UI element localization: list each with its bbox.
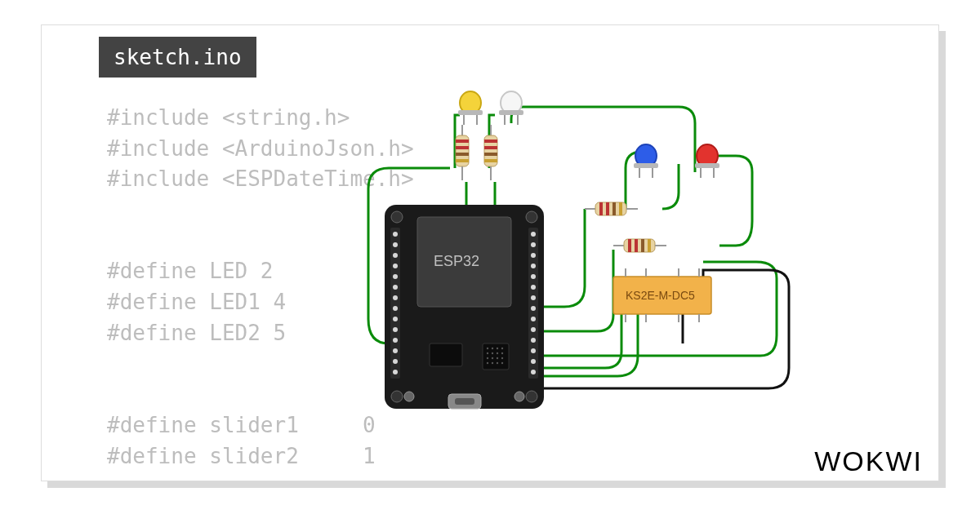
svg-point-22 xyxy=(531,242,536,247)
svg-point-7 xyxy=(393,232,398,237)
svg-point-43 xyxy=(492,352,493,354)
svg-rect-71 xyxy=(695,163,719,168)
svg-point-28 xyxy=(531,306,536,311)
svg-point-12 xyxy=(393,285,398,290)
svg-point-18 xyxy=(393,348,398,353)
svg-point-33 xyxy=(531,359,536,364)
svg-point-1 xyxy=(391,211,403,223)
svg-rect-91 xyxy=(606,202,609,215)
svg-point-57 xyxy=(514,392,524,401)
svg-rect-37 xyxy=(483,343,509,370)
svg-point-38 xyxy=(487,348,488,349)
relay-module[interactable]: KS2E-M-DC5 xyxy=(613,268,711,322)
svg-rect-59 xyxy=(458,110,483,115)
relay-label: KS2E-M-DC5 xyxy=(626,289,695,302)
esp32-board[interactable]: ESP32 xyxy=(385,205,544,409)
svg-rect-78 xyxy=(456,153,469,156)
svg-point-11 xyxy=(393,274,398,279)
svg-rect-92 xyxy=(612,202,616,215)
svg-rect-85 xyxy=(484,153,497,156)
svg-point-17 xyxy=(393,338,398,343)
svg-rect-36 xyxy=(430,343,462,366)
svg-point-21 xyxy=(531,232,536,237)
svg-rect-5 xyxy=(390,228,400,379)
svg-rect-93 xyxy=(619,202,622,215)
svg-point-50 xyxy=(487,362,488,364)
svg-rect-63 xyxy=(499,110,523,115)
preview-card: sketch.ino #include <string.h> #include … xyxy=(41,24,939,481)
svg-rect-90 xyxy=(599,202,603,215)
wokwi-logo: WOKWI xyxy=(814,445,923,477)
svg-point-31 xyxy=(531,338,536,343)
resistor-1[interactable] xyxy=(456,125,469,180)
svg-point-47 xyxy=(492,357,493,359)
svg-point-20 xyxy=(393,370,398,374)
svg-point-2 xyxy=(526,211,537,223)
svg-point-32 xyxy=(531,348,536,353)
svg-point-39 xyxy=(492,348,493,349)
svg-point-45 xyxy=(501,352,503,354)
svg-point-40 xyxy=(497,348,498,349)
svg-rect-98 xyxy=(635,239,638,252)
svg-rect-6 xyxy=(528,228,538,379)
svg-point-56 xyxy=(404,392,414,401)
svg-point-10 xyxy=(393,264,398,268)
svg-point-25 xyxy=(531,274,536,279)
svg-point-24 xyxy=(531,264,536,268)
svg-point-13 xyxy=(393,295,398,300)
svg-point-26 xyxy=(531,285,536,290)
svg-point-46 xyxy=(487,357,488,359)
svg-point-53 xyxy=(501,362,503,364)
svg-point-42 xyxy=(487,352,488,354)
svg-rect-99 xyxy=(641,239,644,252)
svg-point-19 xyxy=(393,359,398,364)
svg-point-16 xyxy=(393,327,398,332)
file-tab[interactable]: sketch.ino xyxy=(99,37,256,78)
svg-point-44 xyxy=(497,352,498,354)
svg-point-34 xyxy=(531,370,536,374)
svg-rect-84 xyxy=(484,146,497,149)
svg-rect-55 xyxy=(455,398,474,405)
svg-point-3 xyxy=(391,391,403,402)
led-red[interactable] xyxy=(695,144,719,178)
svg-point-29 xyxy=(531,317,536,321)
svg-rect-77 xyxy=(456,146,469,149)
svg-point-49 xyxy=(501,357,503,359)
svg-point-30 xyxy=(531,327,536,332)
svg-point-52 xyxy=(497,362,498,364)
svg-point-8 xyxy=(393,242,398,247)
svg-rect-97 xyxy=(628,239,631,252)
resistor-2[interactable] xyxy=(484,125,497,180)
svg-point-51 xyxy=(492,362,493,364)
led-yellow[interactable] xyxy=(458,91,483,125)
led-blue[interactable] xyxy=(634,144,658,178)
board-label: ESP32 xyxy=(434,253,479,269)
svg-point-15 xyxy=(393,317,398,321)
svg-rect-83 xyxy=(484,140,497,143)
svg-rect-100 xyxy=(648,239,651,252)
svg-point-48 xyxy=(497,357,498,359)
resistor-3[interactable] xyxy=(585,202,638,215)
circuit-diagram[interactable]: ESP32 xyxy=(352,74,842,441)
svg-point-41 xyxy=(501,348,503,349)
svg-rect-79 xyxy=(456,159,469,162)
svg-point-9 xyxy=(393,253,398,258)
svg-point-23 xyxy=(531,253,536,258)
svg-rect-67 xyxy=(634,163,658,168)
svg-point-14 xyxy=(393,306,398,311)
svg-rect-76 xyxy=(456,140,469,143)
svg-point-27 xyxy=(531,295,536,300)
resistor-4[interactable] xyxy=(613,239,666,252)
svg-point-4 xyxy=(526,391,537,402)
svg-rect-86 xyxy=(484,159,497,162)
